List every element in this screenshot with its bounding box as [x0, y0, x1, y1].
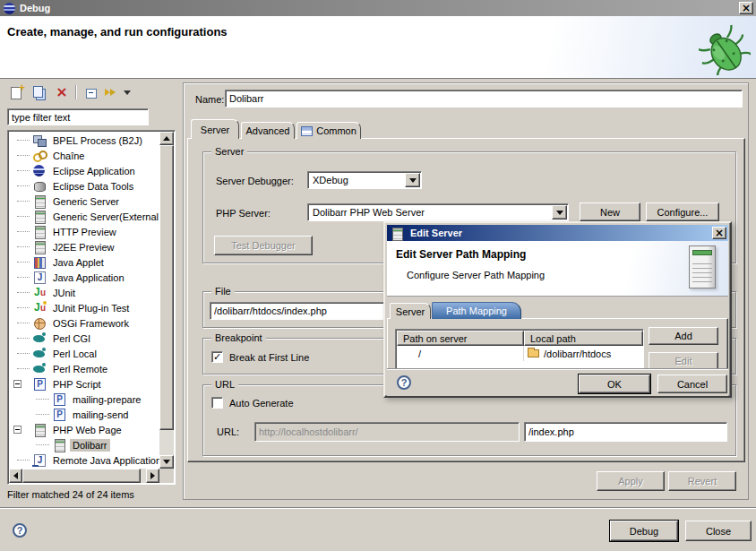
breakpoint-group-title: Breakpoint — [211, 332, 266, 343]
tab-common[interactable]: Common — [296, 122, 361, 139]
bug-icon — [699, 23, 751, 75]
horizontal-scroll-thumb[interactable] — [22, 469, 141, 483]
ok-button[interactable]: OK — [579, 375, 650, 393]
dialog-heading: Edit Server Path Mapping — [396, 248, 526, 261]
table-cell-server-path[interactable]: / — [397, 346, 524, 361]
tree-item-php-web-page[interactable]: PHP Web Page — [9, 422, 159, 437]
scroll-left-icon[interactable] — [9, 469, 22, 483]
configure-button[interactable]: Configure... — [646, 202, 719, 221]
junit-icon — [32, 286, 47, 299]
dialog-help-icon[interactable]: ? — [397, 375, 411, 390]
table-cell-local-path[interactable]: /dolibarr/htdocs — [524, 346, 643, 361]
collapse-toggle-icon[interactable] — [13, 380, 21, 388]
server-icon — [390, 227, 404, 240]
server-debugger-select[interactable]: XDebug — [307, 171, 422, 189]
tree-item-eclipse-data-tools[interactable]: Eclipse Data Tools — [9, 178, 159, 194]
tree-item-junit[interactable]: JUnit — [9, 285, 159, 300]
revert-button[interactable]: Revert — [668, 471, 736, 491]
tab-server[interactable]: Server — [191, 119, 239, 139]
tree-item-http-preview[interactable]: HTTP Preview — [9, 224, 159, 239]
tree-item-java-applet[interactable]: Java Applet — [9, 254, 159, 270]
tree-item-php-script[interactable]: PHP Script — [9, 376, 159, 392]
tree-item-perl-remote[interactable]: Perl Remote — [9, 361, 159, 376]
server-icon — [32, 240, 47, 254]
eclipse-sphere-icon — [32, 164, 47, 177]
scrollbar-corner — [159, 469, 174, 483]
dialog-title-bar[interactable]: Edit Server × — [387, 225, 728, 241]
test-debugger-button[interactable]: Test Debugger — [214, 236, 313, 255]
url-path-input[interactable] — [524, 422, 727, 442]
help-icon[interactable]: ? — [13, 523, 27, 538]
footer-separator — [0, 507, 756, 509]
server-icon — [32, 423, 47, 436]
php-icon — [52, 408, 66, 421]
cancel-button[interactable]: Cancel — [657, 375, 727, 393]
tree-item-osgi-framework[interactable]: OSGi Framework — [9, 315, 159, 331]
close-button[interactable]: Close — [685, 521, 752, 541]
tree-item-chaine[interactable]: Chaîne — [9, 148, 159, 163]
tree-item-perl-cgi[interactable]: Perl CGI — [9, 331, 159, 346]
tree-item-mailing-send[interactable]: mailing-send — [9, 407, 159, 422]
scroll-down-icon[interactable] — [159, 455, 174, 469]
auto-generate-checkbox[interactable] — [211, 397, 223, 409]
folder-icon — [528, 349, 539, 357]
column-header-local-path[interactable]: Local path — [524, 331, 643, 346]
perl-icon — [32, 331, 47, 345]
tab-advanced[interactable]: Advanced — [241, 122, 295, 139]
tree-item-generic-server[interactable]: Generic Server — [9, 194, 159, 209]
php-icon — [52, 392, 66, 406]
chevron-down-icon[interactable] — [552, 205, 567, 220]
php-server-label: PHP Server: — [216, 208, 271, 219]
tree-item-mailing-prepare[interactable]: mailing-prepare — [9, 392, 159, 407]
tree-item-remote-java-application[interactable]: Remote Java Application — [9, 452, 159, 468]
scroll-right-icon[interactable] — [146, 469, 159, 483]
column-header-path-on-server[interactable]: Path on server — [397, 331, 524, 346]
vertical-scroll-thumb[interactable] — [159, 145, 174, 430]
tree-item-junit-plugin-test[interactable]: JUnit Plug-in Test — [9, 300, 159, 315]
apply-button[interactable]: Apply — [597, 471, 665, 491]
debug-button[interactable]: Debug — [610, 521, 678, 541]
tree-item-generic-server-external[interactable]: Generic Server(External La — [9, 209, 159, 224]
table-icon — [301, 126, 313, 136]
tree-item-eclipse-application[interactable]: Eclipse Application — [9, 163, 159, 178]
name-input[interactable] — [225, 90, 743, 108]
tree-item-bpel-process[interactable]: BPEL Process (B2J) — [9, 133, 159, 148]
chevron-down-icon[interactable] — [405, 173, 420, 187]
toolbar-separator — [75, 85, 76, 99]
dialog-tab-server[interactable]: Server — [390, 303, 431, 319]
title-bar[interactable]: Debug × — [0, 0, 756, 16]
tree-item-perl-local[interactable]: Perl Local — [9, 346, 159, 361]
file-group-title: File — [211, 286, 235, 297]
dialog-close-icon[interactable]: × — [712, 227, 726, 239]
java-icon — [32, 271, 47, 284]
scroll-up-icon[interactable] — [159, 132, 174, 145]
php-server-select[interactable]: Dolibarr PHP Web Server — [307, 203, 569, 221]
menu-caret-icon[interactable] — [122, 83, 133, 101]
new-configuration-icon[interactable] — [7, 83, 27, 101]
tree-item-java-application[interactable]: Java Application — [9, 270, 159, 285]
perl-icon — [32, 347, 47, 360]
delete-icon[interactable]: × — [52, 83, 72, 101]
junit-plugin-icon — [32, 301, 47, 314]
duplicate-icon[interactable] — [29, 83, 48, 101]
close-icon[interactable]: × — [739, 2, 753, 14]
name-label: Name: — [195, 94, 224, 105]
dialog-tab-path-mapping[interactable]: Path Mapping — [432, 302, 521, 319]
filter-icon[interactable] — [102, 83, 122, 101]
window-title: Debug — [20, 3, 50, 13]
edit-button[interactable]: Edit — [649, 352, 718, 370]
tree-item-dolibarr[interactable]: Dolibarr — [9, 437, 159, 452]
new-button[interactable]: New — [580, 202, 640, 221]
filter-input[interactable] — [7, 108, 149, 125]
banner: Create, manage, and run configurations — [0, 16, 756, 79]
server-icon — [52, 438, 66, 452]
applet-icon — [32, 255, 47, 269]
tree-item-j2ee-preview[interactable]: J2EE Preview — [9, 239, 159, 254]
url-group-title: URL — [211, 379, 238, 390]
break-first-line-checkbox[interactable] — [211, 351, 223, 363]
add-button[interactable]: Add — [649, 327, 718, 345]
collapse-all-icon[interactable] — [81, 83, 100, 101]
dialog-button-bar: ? OK Cancel — [387, 368, 728, 396]
collapse-toggle-icon[interactable] — [13, 426, 21, 434]
perl-icon — [32, 362, 47, 375]
